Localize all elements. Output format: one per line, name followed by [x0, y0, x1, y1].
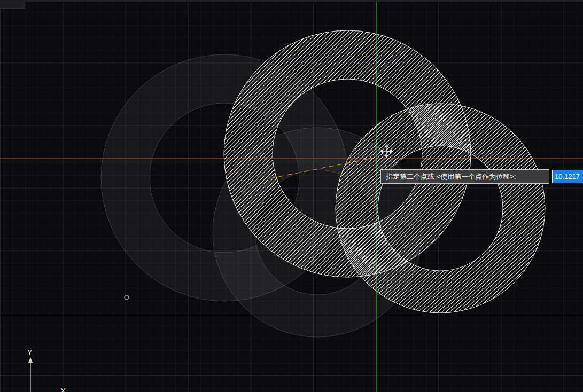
top-edge-strip [0, 0, 583, 2]
small-circle-entity[interactable] [125, 295, 129, 300]
top-left-panel-corner [0, 0, 25, 9]
dynamic-input-field[interactable]: 10.1217 [552, 170, 583, 183]
drawing-canvas[interactable] [0, 0, 583, 392]
cad-drawing-viewport[interactable]: 指定第二个点或 <使用第一个点作为位移>: 10.1217 Y X [0, 0, 583, 392]
dynamic-input-prompt: 指定第二个点或 <使用第一个点作为位移>: [380, 169, 549, 184]
ucs-y-label: Y [27, 348, 32, 357]
ucs-x-label: X [60, 386, 66, 392]
ucs-icon[interactable] [28, 357, 33, 392]
